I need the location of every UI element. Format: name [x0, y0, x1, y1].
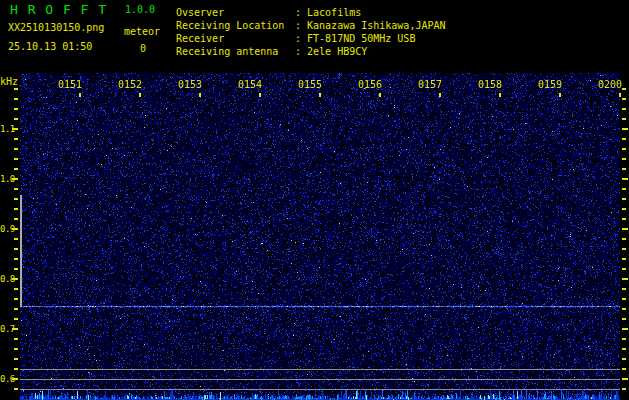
- freq-tick-label: 0.7: [0, 324, 12, 334]
- station-info-value: : Kanazawa Ishikawa,JAPAN: [295, 20, 446, 33]
- app-version: 1.0.0: [125, 5, 155, 15]
- time-tick-mark: [379, 93, 381, 97]
- freq-minor-tick-right: [622, 388, 626, 390]
- freq-minor-tick-right: [622, 318, 626, 320]
- station-info-value: : FT-817ND 50MHz USB: [295, 33, 415, 46]
- freq-major-tick-left: [12, 278, 18, 280]
- time-tick-mark: [199, 93, 201, 97]
- freq-minor-tick-left: [14, 298, 18, 300]
- freq-major-tick-left: [12, 328, 18, 330]
- freq-tick-label: 0.8: [0, 274, 12, 284]
- freq-minor-tick-right: [622, 298, 626, 300]
- time-tick-label: 0155: [298, 80, 322, 90]
- freq-minor-tick-left: [14, 108, 18, 110]
- freq-major-tick-right: [622, 278, 628, 280]
- freq-minor-tick-left: [14, 218, 18, 220]
- freq-minor-tick-right: [622, 218, 626, 220]
- freq-minor-tick-left: [14, 308, 18, 310]
- freq-minor-tick-left: [14, 148, 18, 150]
- output-filename: XX2510130150.png: [8, 23, 104, 33]
- freq-minor-tick-right: [622, 148, 626, 150]
- time-tick-mark: [259, 93, 261, 97]
- station-info-row: Receiver: FT-817ND 50MHz USB: [176, 33, 446, 46]
- time-tick-mark: [559, 93, 561, 97]
- freq-minor-tick-right: [622, 98, 626, 100]
- freq-tick-label: 1.0: [0, 174, 12, 184]
- app-title: H R O F F T: [10, 3, 107, 16]
- freq-major-tick-right: [622, 378, 628, 380]
- spectrogram-canvas: [20, 73, 620, 400]
- station-info-label: Receiving antenna: [176, 46, 295, 59]
- freq-major-tick-left: [12, 228, 18, 230]
- freq-major-tick-left: [12, 128, 18, 130]
- time-tick-label: 0151: [58, 80, 82, 90]
- time-tick-mark: [79, 93, 81, 97]
- station-info-label: Receiver: [176, 33, 295, 46]
- freq-minor-tick-right: [622, 258, 626, 260]
- time-tick-mark: [499, 93, 501, 97]
- freq-minor-tick-right: [622, 248, 626, 250]
- freq-minor-tick-right: [622, 88, 626, 90]
- time-tick-mark: [319, 93, 321, 97]
- freq-minor-tick-right: [622, 348, 626, 350]
- freq-tick-label: 0.9: [0, 224, 12, 234]
- freq-minor-tick-left: [14, 238, 18, 240]
- y-axis-unit-label: kHz: [0, 77, 18, 87]
- freq-major-tick-right: [622, 328, 628, 330]
- freq-major-tick-right: [622, 228, 628, 230]
- freq-minor-tick-right: [622, 238, 626, 240]
- freq-minor-tick-left: [14, 188, 18, 190]
- time-tick-mark: [619, 93, 621, 97]
- freq-minor-tick-right: [622, 368, 626, 370]
- time-tick-mark: [439, 93, 441, 97]
- freq-minor-tick-left: [14, 248, 18, 250]
- freq-minor-tick-right: [622, 198, 626, 200]
- time-tick-label: 0159: [538, 80, 562, 90]
- time-tick-mark: [139, 93, 141, 97]
- freq-minor-tick-left: [14, 358, 18, 360]
- station-info-row: Receiving Location: Kanazawa Ishikawa,JA…: [176, 20, 446, 33]
- freq-minor-tick-right: [622, 118, 626, 120]
- time-tick-label: 0200: [598, 80, 622, 90]
- freq-minor-tick-right: [622, 188, 626, 190]
- freq-minor-tick-right: [622, 338, 626, 340]
- freq-minor-tick-right: [622, 158, 626, 160]
- time-tick-label: 0152: [118, 80, 142, 90]
- station-info-label: Ovserver: [176, 7, 295, 20]
- freq-tick-label: 0.6: [0, 374, 12, 384]
- freq-minor-tick-left: [14, 318, 18, 320]
- freq-minor-tick-left: [14, 388, 18, 390]
- station-info-row: Ovserver: Lacofilms: [176, 7, 446, 20]
- freq-minor-tick-left: [14, 198, 18, 200]
- freq-minor-tick-left: [14, 88, 18, 90]
- freq-minor-tick-right: [622, 288, 626, 290]
- mode-label: meteor: [124, 27, 160, 37]
- station-info-block: Ovserver: LacofilmsReceiving Location: K…: [176, 7, 446, 59]
- freq-minor-tick-left: [14, 158, 18, 160]
- freq-minor-tick-left: [14, 338, 18, 340]
- station-info-value: : Lacofilms: [295, 7, 361, 20]
- freq-minor-tick-right: [622, 108, 626, 110]
- timestamp: 25.10.13 01:50: [8, 42, 92, 52]
- station-info-value: : 2ele HB9CY: [295, 46, 367, 59]
- freq-minor-tick-left: [14, 118, 18, 120]
- freq-minor-tick-left: [14, 288, 18, 290]
- time-tick-label: 0154: [238, 80, 262, 90]
- freq-minor-tick-right: [622, 208, 626, 210]
- freq-minor-tick-right: [622, 268, 626, 270]
- freq-minor-tick-left: [14, 168, 18, 170]
- freq-minor-tick-left: [14, 368, 18, 370]
- freq-minor-tick-right: [622, 138, 626, 140]
- time-tick-label: 0158: [478, 80, 502, 90]
- time-tick-label: 0156: [358, 80, 382, 90]
- meteor-count: 0: [140, 44, 146, 54]
- freq-major-tick-right: [622, 128, 628, 130]
- freq-major-tick-left: [12, 178, 18, 180]
- freq-minor-tick-left: [14, 258, 18, 260]
- station-info-row: Receiving antenna: 2ele HB9CY: [176, 46, 446, 59]
- freq-minor-tick-left: [14, 98, 18, 100]
- freq-minor-tick-left: [14, 268, 18, 270]
- freq-tick-label: 1.1: [0, 124, 12, 134]
- freq-minor-tick-right: [622, 308, 626, 310]
- time-tick-label: 0153: [178, 80, 202, 90]
